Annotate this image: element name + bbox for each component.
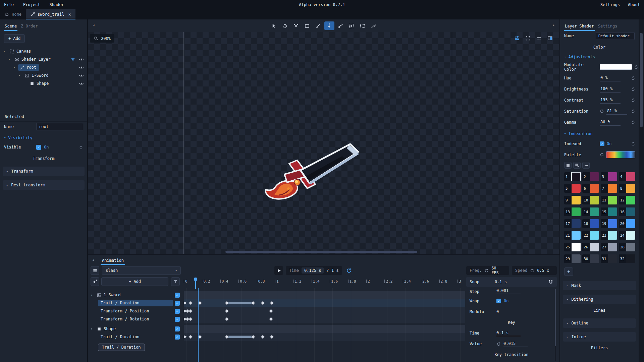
keyframe[interactable] [189,301,193,305]
palette-swatch-3[interactable]: 3 [601,172,617,181]
scrollbar-thumb[interactable] [640,33,643,127]
key-value-field[interactable]: 0.015 [503,341,528,347]
tab-animation[interactable]: Animation [101,257,125,265]
indexed-checkbox[interactable]: ✓ [600,141,604,146]
palette-swatch-24[interactable]: 24 [619,231,635,240]
reset-icon[interactable] [530,268,534,273]
keyframe[interactable] [189,335,193,339]
keyframe[interactable] [261,301,265,305]
canvas-fit-button[interactable] [524,35,532,42]
palette-swatch-8[interactable]: 8 [619,184,635,193]
expand-arrow-icon[interactable]: ▾ [91,293,95,297]
palette-swatch-28[interactable]: 28 [619,243,635,251]
timeline-ruler[interactable]: 00.20.40.60.811.21.41.61.822.22.42.62.83 [184,276,467,288]
palette-swatch-31[interactable]: 31 [601,254,617,263]
track-transform-position[interactable]: Transform / Position✓ [91,307,181,315]
droplet-icon[interactable] [631,120,635,124]
brightness-value-field[interactable]: 100 % [600,86,621,93]
palette-swatch-16[interactable]: 16 [619,207,635,216]
add-track-button[interactable]: + Add [101,277,168,286]
keyframe[interactable] [184,301,187,305]
track-checkbox[interactable]: ✓ [175,326,180,331]
menu-project[interactable]: Project [23,2,40,7]
reset-icon[interactable] [484,268,489,273]
palette-swatch-25[interactable]: 25 [564,243,581,251]
palette-swatch-30[interactable]: 30 [582,254,599,263]
freq-display[interactable]: Freq. 60 FPS [466,266,509,275]
tool-sword-tool[interactable] [324,21,334,30]
tool-select-rect[interactable] [358,21,368,30]
track-transform-rotation[interactable]: Transform / Rotation✓ [91,315,181,323]
snap-control[interactable]: Snap 0.1 s [466,277,557,287]
visibility-section-header[interactable]: ▾ Visibility [0,132,87,142]
tree-row-root[interactable]: ▾root [0,63,87,71]
tool-rect[interactable] [302,21,312,30]
keyframe[interactable] [270,335,274,339]
palette-swatch-18[interactable]: 18 [582,219,599,228]
clip-dropdown[interactable]: slash ▾ [102,266,181,275]
tool-select-object[interactable] [346,21,357,30]
tool-cursor[interactable] [269,21,279,30]
snap-value[interactable]: 0.1 s [495,280,507,284]
palette-preview[interactable] [606,151,635,158]
palette-swatch-15[interactable]: 15 [601,207,617,216]
keyframe[interactable] [269,309,273,313]
palette-swatch-9[interactable]: 9 [564,196,581,204]
keyframe[interactable] [198,335,202,339]
add-palette-color-button[interactable]: + [564,267,573,276]
track-checkbox[interactable]: ✓ [175,317,180,322]
palette-swatch-5[interactable]: 5 [564,184,581,193]
expand-arrow-icon[interactable]: ▾ [3,50,8,53]
playhead-marker[interactable] [195,278,196,289]
palette-swatch-20[interactable]: 20 [619,219,635,228]
keyframe-droplet-icon[interactable] [631,141,635,146]
tree-row-shader-layer[interactable]: ▾Shader Layer [0,55,87,63]
palette-swatch-7[interactable]: 7 [601,184,617,193]
gamma-value-field[interactable]: 80 % [600,119,621,126]
palette-swatch-27[interactable]: 27 [601,243,617,251]
droplet-icon[interactable] [631,76,635,80]
track-checkbox[interactable]: ✓ [175,293,180,298]
props-scrollbar[interactable] [555,289,556,361]
eye-icon[interactable] [79,65,84,70]
track-lane[interactable] [184,299,465,307]
menu-settings[interactable]: Settings [600,2,620,7]
outline-collapse[interactable]: ▸ Outline [563,318,636,328]
track-checkbox[interactable]: ✓ [175,309,180,314]
close-tab-icon[interactable]: × [68,12,71,17]
palette-swatch-21[interactable]: 21 [564,231,581,240]
tool-node[interactable] [291,21,301,30]
expand-arrow-icon[interactable]: ▾ [13,66,18,69]
wrap-checkbox[interactable]: ✓ [496,299,501,303]
modulo-value-field[interactable]: 0 [496,309,521,314]
tool-wand[interactable] [369,21,379,30]
expand-arrow-icon[interactable]: ▾ [91,327,95,330]
track-trail-duration[interactable]: Trail / Duration✓ [91,299,181,307]
track-lane[interactable] [184,325,465,333]
menu-file[interactable]: File [4,2,14,7]
window-scrollbar[interactable] [639,19,644,362]
palette-swatch-14[interactable]: 14 [582,207,599,216]
track-trail-duration[interactable]: Trail / Duration [91,343,181,351]
refresh-icon[interactable] [600,109,604,113]
eye-icon[interactable] [79,81,84,86]
keyframe[interactable] [270,301,274,305]
play-button[interactable] [274,266,283,275]
expand-arrow-icon[interactable]: ▾ [8,58,13,61]
canvas-grid-button[interactable] [535,35,543,42]
tool-hand[interactable] [280,21,290,30]
inline-collapse[interactable]: ▸ Inline [563,332,636,342]
tool-bone[interactable] [335,21,345,30]
visible-checkbox[interactable]: ✓ [36,145,41,150]
kebab-icon[interactable] [630,153,634,157]
modulate-color-swatch[interactable] [600,64,632,70]
palette-view-button[interactable] [582,162,590,169]
keyframe[interactable] [269,317,273,321]
tree-row-shape[interactable]: Shape [0,79,87,87]
contrast-value-field[interactable]: 135 % [600,97,621,104]
palette-swatch-11[interactable]: 11 [601,196,617,204]
palette-swatch-1[interactable]: 1 [564,172,581,181]
eye-icon[interactable] [79,73,84,78]
speed-display[interactable]: Speed 0.5 x [512,266,557,275]
indexation-section-header[interactable]: ▾ Indexation [560,128,639,138]
